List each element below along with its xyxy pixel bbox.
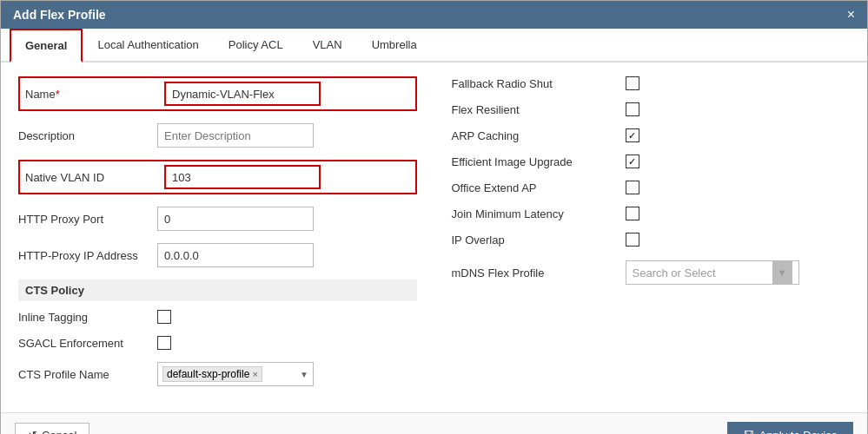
- description-row: Description: [18, 123, 417, 148]
- apply-to-device-button[interactable]: 🖫 Apply to Device: [727, 422, 853, 434]
- http-proxy-port-row: HTTP Proxy Port: [18, 207, 417, 231]
- modal-title: Add Flex Profile: [13, 8, 106, 22]
- office-extend-row: Office Extend AP: [452, 181, 851, 194]
- native-vlan-input[interactable]: [164, 165, 321, 189]
- tab-general[interactable]: General: [10, 29, 83, 62]
- cts-section: CTS Policy Inline Tagging SGACL Enforcem…: [18, 279, 417, 386]
- ip-overlap-label: IP Overlap: [452, 233, 626, 247]
- mdns-label: mDNS Flex Profile: [452, 266, 626, 279]
- modal-body: Name* Description Native VLAN ID HTTP Pr…: [1, 62, 867, 412]
- modal-footer: ↺ Cancel 🖫 Apply to Device: [1, 412, 867, 434]
- sgacl-label: SGACL Enforcement: [18, 337, 157, 350]
- native-vlan-label: Native VLAN ID: [25, 171, 164, 184]
- close-button[interactable]: ×: [847, 8, 855, 22]
- native-vlan-row: Native VLAN ID: [18, 160, 417, 194]
- cts-profile-row: CTS Profile Name default-sxp-profile × ▼: [18, 362, 417, 386]
- description-label: Description: [18, 129, 157, 142]
- http-proxy-ip-label: HTTP-Proxy IP Address: [18, 249, 157, 262]
- arp-caching-checkbox[interactable]: [626, 128, 639, 142]
- modal-header: Add Flex Profile ×: [1, 1, 867, 29]
- name-input[interactable]: [164, 82, 321, 106]
- cts-profile-select[interactable]: default-sxp-profile × ▼: [157, 362, 314, 386]
- cancel-button[interactable]: ↺ Cancel: [15, 423, 89, 434]
- mdns-row: mDNS Flex Profile Search or Select ▼: [452, 260, 851, 285]
- efficient-image-checkbox[interactable]: [626, 155, 639, 168]
- tab-policy-acl[interactable]: Policy ACL: [214, 29, 298, 62]
- cts-policy-heading: CTS Policy: [18, 279, 417, 301]
- cts-profile-label: CTS Profile Name: [18, 368, 157, 381]
- fallback-radio-checkbox[interactable]: [626, 76, 639, 90]
- join-min-latency-label: Join Minimum Latency: [452, 207, 626, 220]
- right-column: Fallback Radio Shut Flex Resilient ARP C…: [452, 76, 851, 398]
- efficient-image-row: Efficient Image Upgrade: [452, 155, 851, 168]
- tag-close-button[interactable]: ×: [252, 369, 257, 379]
- left-column: Name* Description Native VLAN ID HTTP Pr…: [18, 76, 417, 398]
- inline-tagging-row: Inline Tagging: [18, 310, 417, 324]
- fallback-radio-row: Fallback Radio Shut: [452, 76, 851, 90]
- cancel-label: Cancel: [42, 429, 76, 434]
- flex-resilient-checkbox[interactable]: [626, 102, 639, 116]
- cts-profile-tag: default-sxp-profile ×: [162, 366, 262, 382]
- select-arrow-icon: ▼: [300, 370, 308, 379]
- tab-local-authentication[interactable]: Local Authentication: [83, 29, 213, 62]
- office-extend-label: Office Extend AP: [452, 181, 626, 194]
- inline-tagging-checkbox[interactable]: [157, 310, 171, 324]
- tab-umbrella[interactable]: Umbrella: [357, 29, 432, 62]
- arp-caching-label: ARP Caching: [452, 129, 626, 142]
- mdns-select[interactable]: Search or Select ▼: [626, 260, 799, 285]
- ip-overlap-checkbox[interactable]: [626, 233, 639, 247]
- ip-overlap-row: IP Overlap: [452, 233, 851, 247]
- apply-label: Apply to Device: [759, 429, 838, 434]
- http-proxy-port-label: HTTP Proxy Port: [18, 213, 157, 226]
- fallback-radio-label: Fallback Radio Shut: [452, 77, 626, 90]
- sgacl-row: SGACL Enforcement: [18, 336, 417, 350]
- http-proxy-ip-input[interactable]: [157, 243, 314, 267]
- tab-bar: General Local Authentication Policy ACL …: [1, 29, 867, 62]
- apply-icon: 🖫: [743, 429, 754, 434]
- join-min-latency-checkbox[interactable]: [626, 207, 639, 220]
- join-min-latency-row: Join Minimum Latency: [452, 207, 851, 220]
- add-flex-profile-modal: Add Flex Profile × General Local Authent…: [0, 0, 868, 434]
- name-row: Name*: [18, 76, 417, 111]
- efficient-image-label: Efficient Image Upgrade: [452, 155, 626, 168]
- name-label: Name*: [25, 88, 164, 101]
- http-proxy-port-input[interactable]: [157, 207, 314, 231]
- office-extend-checkbox[interactable]: [626, 181, 639, 194]
- inline-tagging-label: Inline Tagging: [18, 311, 157, 324]
- arp-caching-row: ARP Caching: [452, 128, 851, 142]
- sgacl-checkbox[interactable]: [157, 336, 171, 350]
- description-input[interactable]: [157, 123, 314, 148]
- mdns-select-arrow-icon: ▼: [772, 260, 792, 285]
- mdns-placeholder: Search or Select: [633, 266, 716, 279]
- flex-resilient-row: Flex Resilient: [452, 102, 851, 116]
- cancel-icon: ↺: [28, 429, 37, 434]
- http-proxy-ip-row: HTTP-Proxy IP Address: [18, 243, 417, 267]
- flex-resilient-label: Flex Resilient: [452, 103, 626, 116]
- tab-vlan[interactable]: VLAN: [298, 29, 357, 62]
